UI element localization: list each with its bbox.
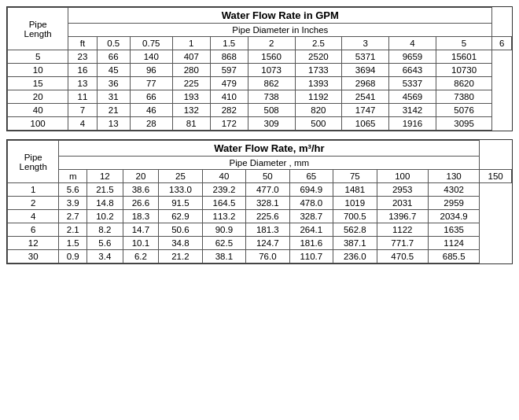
table2-row-4-val-2: 10.1 [123,237,159,250]
table2-row-4-val-9: 1124 [428,237,479,250]
table2-row-1-val-8: 2031 [377,197,428,210]
table1-row-1-val-6: 1733 [295,64,342,77]
table1-row-3-val-3: 193 [172,90,210,104]
table2-row-1-val-6: 478.0 [289,197,333,210]
table2-unit: m [59,170,87,183]
table2-row-4-val-4: 62.5 [202,237,245,250]
table1-col-8: 5 [436,37,491,50]
table1-row-1-val-8: 6643 [389,64,436,77]
table1-col-1: 0.75 [130,37,172,50]
table1-row-5-val-8: 1916 [389,117,436,131]
table1-row-0-val-2: 140 [130,50,172,64]
table1-row-3-val-8: 4569 [389,90,436,104]
table-row: 15.621.538.6133.0239.2477.0694.914812953… [8,183,512,197]
table1-row-1-val-0: 16 [68,64,97,77]
table2-row-4-val-5: 124.7 [246,237,289,250]
table2-row-1-val-5: 328.1 [246,197,289,210]
table2-row-3-val-9: 1635 [428,223,479,237]
table2-row-0-val-6: 694.9 [289,183,333,197]
table2-row-3-val-3: 50.6 [159,223,202,237]
table1-row-4-val-3: 132 [172,104,210,117]
table-row: 4072146132282508820174731425076 [8,104,512,117]
table-row: 121.55.610.134.862.5124.7181.6387.1771.7… [8,237,512,250]
table2-row-3-label: 6 [8,223,59,237]
table2-subheader-row: Pipe Diameter , mm [8,157,512,170]
table2-wrapper: PipeLengthWater Flow Rate, m³/hrPipe Dia… [6,139,513,264]
table2-row-5-val-0: 0.9 [59,250,87,263]
table2-header-row: PipeLengthWater Flow Rate, m³/hr [8,141,512,157]
table1-row-1-val-5: 1073 [248,64,295,77]
table1-row-5-val-9: 3095 [436,117,491,131]
table2-row-2-val-5: 225.6 [246,210,289,223]
table2-row-5-label: 30 [8,250,59,263]
table1-row-0-val-9: 15601 [436,50,491,64]
table1-row-4-val-2: 46 [130,104,172,117]
table2-row-4-val-7: 387.1 [333,237,377,250]
table1-row-1-val-4: 597 [210,64,248,77]
table1-row-3-val-5: 738 [248,90,295,104]
table1-row-2-label: 15 [8,77,68,90]
table2-row-3-val-5: 181.3 [246,223,289,237]
table1-row-3-val-7: 2541 [342,90,389,104]
table2-row-3-val-6: 264.1 [289,223,333,237]
table1-row-2-val-4: 479 [210,77,248,90]
table2: PipeLengthWater Flow Rate, m³/hrPipe Dia… [7,140,512,263]
table1-row-5-val-6: 500 [295,117,342,131]
table2-row-4-val-6: 181.6 [289,237,333,250]
table2-row-5-val-9: 685.5 [428,250,479,263]
table1-col-3: 1.5 [210,37,248,50]
table1-row-0-val-0: 23 [68,50,97,64]
table2-row-1-val-9: 2959 [428,197,479,210]
table2-row-0-val-3: 133.0 [159,183,202,197]
table2-row-1-val-7: 1019 [333,197,377,210]
table2-row-1-val-4: 164.5 [202,197,245,210]
table1-row-5-label: 100 [8,117,68,131]
table1-row-2-val-3: 225 [172,77,210,90]
table1-row-0-val-5: 1560 [248,50,295,64]
table1-row-4-label: 40 [8,104,68,117]
table2-row-0-val-4: 239.2 [202,183,245,197]
table1-row-5-val-0: 4 [68,117,97,131]
table1-col-5: 2.5 [295,37,342,50]
table1-row-3-val-6: 1192 [295,90,342,104]
table2-row-4-val-1: 5.6 [87,237,123,250]
table2-row-0-val-5: 477.0 [246,183,289,197]
table2-row-3-val-2: 14.7 [123,223,159,237]
table-row: 300.93.46.221.238.176.0110.7236.0470.568… [8,250,512,263]
table-row: 42.710.218.362.9113.2225.6328.7700.51396… [8,210,512,223]
table1-row-3-val-2: 66 [130,90,172,104]
table2-col-1: 20 [123,170,159,183]
table1-row-4-val-4: 282 [210,104,248,117]
table1-row-4-val-5: 508 [248,104,295,117]
table1-row-3-label: 20 [8,90,68,104]
table1-row-2-val-7: 2968 [342,77,389,90]
table1-row-2-val-9: 8620 [436,77,491,90]
table2-row-4-val-8: 771.7 [377,237,428,250]
table1-row-2-val-2: 77 [130,77,172,90]
table2-row-2-val-7: 700.5 [333,210,377,223]
table1-subheader-row: Pipe Diameter in Inches [8,24,512,37]
table2-col-8: 130 [428,170,479,183]
table2-row-2-val-8: 1396.7 [377,210,428,223]
table2-row-3-val-4: 90.9 [202,223,245,237]
table1-row-2-val-6: 1393 [295,77,342,90]
table1-row-4-val-6: 820 [295,104,342,117]
table2-row-5-val-5: 76.0 [246,250,289,263]
table2-row-1-val-2: 26.6 [123,197,159,210]
table2-title: Water Flow Rate, m³/hr [59,141,480,157]
table1-row-5-val-3: 81 [172,117,210,131]
table1-row-4-val-1: 21 [97,104,130,117]
table2-col-4: 50 [246,170,289,183]
table2-row-0-val-9: 4302 [428,183,479,197]
table1-pipe-label: PipeLength [8,8,68,50]
table1-row-0-val-1: 66 [97,50,130,64]
table2-row-1-val-0: 3.9 [59,197,87,210]
table1-col-6: 3 [342,37,389,50]
table2-col-5: 65 [289,170,333,183]
table1-row-4-val-0: 7 [68,104,97,117]
table1-row-1-val-7: 3694 [342,64,389,77]
table1-row-1-val-1: 45 [97,64,130,77]
table1-row-2-val-1: 36 [97,77,130,90]
table1-row-0-val-4: 868 [210,50,248,64]
table2-row-0-val-7: 1481 [333,183,377,197]
